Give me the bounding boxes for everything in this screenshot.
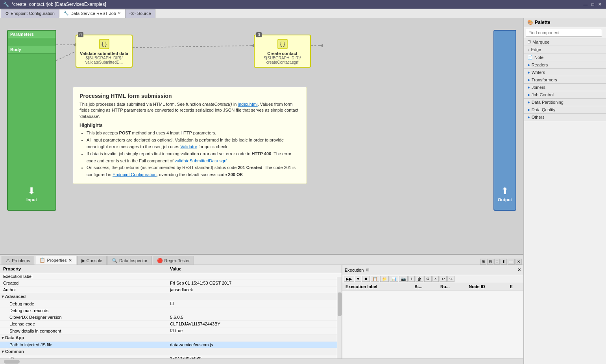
tab-endpoint-configuration[interactable]: ⚙ Endpoint Configuration (1, 9, 59, 18)
output-node-bottom: ⬆ Output (498, 186, 512, 202)
h-scrollbar[interactable] (0, 358, 523, 364)
create-contact-node[interactable]: 0 {} Create contact ${SUBGRAPH_DIR}/ cre… (254, 35, 311, 68)
create-contact-icon: {} (276, 38, 289, 50)
exec-cancel-btn[interactable]: × (432, 276, 439, 282)
validator-link[interactable]: Validator (180, 144, 197, 149)
exec-undo-btn[interactable]: ↩ (440, 276, 447, 282)
edge-label: Edge (531, 47, 541, 52)
tab-data-inspector[interactable]: 🔍 Data Inspector (107, 256, 152, 265)
others-label: Others (532, 115, 545, 119)
palette-search[interactable] (526, 29, 604, 37)
v-scroll-thumb[interactable] (338, 292, 342, 316)
tab-regex-tester[interactable]: 🔴 Regex Tester (153, 256, 194, 265)
exec-redo-btn[interactable]: ↪ (447, 276, 454, 282)
tab-properties[interactable]: 📋 Properties ✕ (35, 256, 76, 265)
palette-section-header-edge[interactable]: ↓ Edge (524, 46, 606, 53)
bottom-toolbar-btn-6[interactable]: ✕ (515, 259, 522, 265)
svg-line-2 (133, 46, 254, 48)
validate-node[interactable]: 0 {} Validate submitted data ${SUBGRAPH_… (76, 35, 133, 68)
exec-chart-btn[interactable]: 📊 (390, 276, 398, 282)
svg-text:{}: {} (101, 41, 107, 47)
palette-section-header-job-control[interactable]: ● Job Control (524, 91, 606, 98)
minimize-button[interactable]: — (582, 2, 589, 7)
note-link[interactable]: index.html (238, 102, 258, 107)
maximize-button[interactable]: □ (590, 2, 595, 7)
palette-section-header-readers[interactable]: ● Readers (524, 61, 606, 68)
bottom-toolbar-btn-1[interactable]: ⊞ (480, 259, 486, 265)
exec-settings-btn[interactable]: ⚙ (424, 276, 432, 282)
collapse-icon: ▾ (2, 294, 5, 299)
palette-section-header-marquee[interactable]: ⊞ Marquee (524, 38, 606, 46)
input-node-bottom: ⬇ Input (26, 186, 37, 202)
execution-tab-id: ⊞ (366, 268, 369, 272)
properties-close-icon[interactable]: ✕ (68, 258, 72, 263)
exec-add-btn[interactable]: + (408, 276, 415, 282)
exec-stop-btn[interactable]: ⏹ (362, 276, 370, 282)
validate-link[interactable]: validateSubmittedData.sgrf (175, 158, 227, 163)
exec-col-status: St... (411, 283, 437, 290)
prop-key: Execution label (0, 273, 167, 280)
palette-section-header-joiners[interactable]: ● Joiners (524, 84, 606, 91)
exec-snapshot-btn[interactable]: 📷 (399, 276, 408, 282)
palette-section-data-quality: ● Data Quality (524, 106, 606, 114)
properties-icon: 📋 (39, 257, 45, 263)
palette-section-header-data-quality[interactable]: ● Data Quality (524, 106, 606, 113)
table-row: CloverDX Designer version 5.6.0.5 (0, 314, 342, 321)
group-advanced: ▾ Advanced (0, 293, 342, 300)
bottom-toolbar-btn-5[interactable]: — (508, 259, 515, 265)
exec-dropdown-btn[interactable]: ▼ (355, 276, 361, 282)
writers-icon: ● (527, 70, 530, 75)
tab-console[interactable]: ▶ Console (77, 256, 107, 265)
bottom-toolbar-btn-4[interactable]: ⬆ (501, 259, 507, 265)
h-scroll-thumb[interactable] (4, 360, 20, 364)
validate-icon: {} (98, 38, 111, 50)
exec-run-btn[interactable]: ▶▶ (344, 276, 354, 282)
execution-close-icon[interactable]: ✕ (517, 267, 521, 272)
editor-tabs: ⚙ Endpoint Configuration 🔧 Data Service … (0, 9, 606, 18)
exec-delete-btn[interactable]: 🗑 (416, 276, 423, 282)
tab-problems[interactable]: ⚠ Problems (2, 256, 34, 265)
v-scrollbar[interactable] (337, 277, 342, 358)
job-control-icon: ● (527, 92, 530, 97)
palette-section-header-note[interactable]: 📄 Note (524, 53, 606, 61)
marquee-label: Marquee (532, 40, 549, 44)
note-icon: 📄 (527, 55, 533, 60)
collapse-icon: ▾ (2, 349, 5, 354)
output-icon: ⬆ (498, 186, 512, 197)
palette-search-input[interactable] (526, 29, 602, 37)
input-node[interactable]: Parameters Body ⬇ Input (7, 30, 56, 211)
tab-icon: 🔧 (63, 11, 69, 16)
exec-col-nodeid: Node ID (466, 283, 506, 290)
data-partitioning-label: Data Partitioning (532, 100, 564, 105)
tab-data-service-rest-job[interactable]: 🔧 Data Service REST Job ✕ (59, 9, 125, 18)
output-label: Output (498, 197, 512, 202)
palette-section-header-writers[interactable]: ● Writers (524, 69, 606, 76)
close-button[interactable]: ✕ (597, 2, 603, 7)
bottom-toolbar-btn-3[interactable]: □ (494, 259, 500, 265)
exec-open-btn[interactable]: 📁 (380, 276, 389, 282)
endpoint-link[interactable]: Endpoint Configuration (113, 172, 157, 177)
exec-col-e: E (507, 283, 523, 290)
group-label: ▾ Data App (0, 335, 342, 342)
palette-panel: 🎨 Palette ⊞ Marquee ↓ Edge 📄 Note (523, 18, 606, 364)
output-node[interactable]: ⬆ Output (493, 30, 516, 211)
palette-section-header-others[interactable]: ● Others (524, 114, 606, 121)
prop-key: Author (0, 287, 167, 293)
transformers-icon: ● (527, 77, 530, 82)
exec-paste-btn[interactable]: 📋 (371, 276, 379, 282)
execution-title: Execution (345, 268, 364, 272)
group-label: ▾ Advanced (0, 293, 342, 300)
problems-label: Problems (12, 258, 30, 263)
palette-section-others: ● Others (524, 114, 606, 121)
prop-key: ID (0, 355, 167, 359)
tab-source[interactable]: </> Source (125, 9, 155, 18)
group-common: ▾ Common (0, 348, 342, 355)
palette-section-header-transformers[interactable]: ● Transformers (524, 76, 606, 83)
tab-close-icon[interactable]: ✕ (118, 11, 121, 15)
graph-canvas[interactable]: Parameters Body ⬇ Input 0 {} Validate su… (0, 18, 523, 254)
palette-section-header-data-partitioning[interactable]: ● Data Partitioning (524, 99, 606, 106)
readers-label: Readers (532, 63, 548, 67)
properties-panel[interactable]: Property Value Execution label Created (0, 265, 342, 358)
bottom-toolbar-btn-2[interactable]: ⊟ (487, 259, 493, 265)
table-row: Author jansedlacek (0, 287, 342, 293)
